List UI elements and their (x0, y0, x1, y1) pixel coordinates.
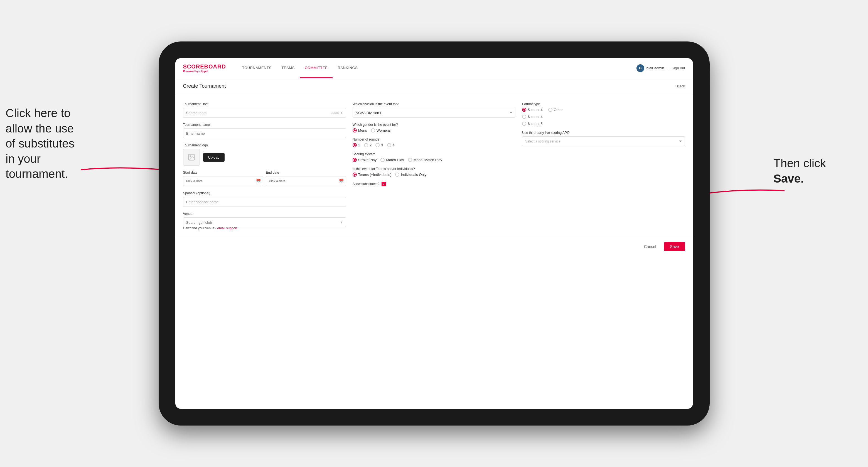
rounds-label: Number of rounds (352, 137, 516, 142)
tournament-name-label: Tournament name (183, 123, 346, 127)
scoring-group: Scoring system Stroke Play Match Play (352, 152, 516, 162)
event-type-group: Is this event for Teams and/or Individua… (352, 167, 516, 177)
form-col-2: Which division is the event for? NCAA Di… (352, 102, 516, 186)
scoring-service-select[interactable]: Select a scoring service (522, 136, 685, 146)
sponsor-group: Sponsor (optional) (183, 191, 346, 207)
substitutes-group: Allow substitutes? (352, 182, 516, 186)
format-5count4[interactable]: 5 count 4 (522, 108, 543, 112)
end-date-wrap: 📅 (266, 176, 346, 186)
back-link[interactable]: ‹ Back (675, 84, 685, 88)
format-6count4-radio[interactable] (522, 115, 526, 119)
svg-point-3 (190, 156, 191, 157)
scoring-label: Scoring system (352, 152, 516, 156)
search-team-count-icon: count ▼ (331, 111, 343, 115)
tournament-name-input[interactable] (183, 128, 346, 138)
format-type-group: Format type 5 count 4 Other (522, 102, 685, 126)
round-1[interactable]: 1 (352, 143, 360, 147)
tournament-host-label: Tournament Host (183, 102, 346, 106)
format-other[interactable]: Other (548, 108, 563, 112)
format-options: 5 count 4 Other 6 count 4 (522, 108, 685, 126)
start-date-label: Start date (183, 170, 263, 175)
start-date-wrap: 📅 (183, 176, 263, 186)
end-date-input[interactable] (266, 176, 346, 186)
form-col-3: Format type 5 count 4 Other (522, 102, 685, 146)
teams-radio[interactable] (352, 173, 357, 177)
venue-label: Venue (183, 212, 346, 216)
nav-teams[interactable]: TEAMS (277, 58, 300, 78)
division-label: Which division is the event for? (352, 102, 516, 106)
scoring-service-label: Use third-party live scoring API? (522, 131, 685, 135)
event-individuals[interactable]: Individuals Only (395, 173, 426, 177)
stroke-play-radio[interactable] (352, 158, 357, 162)
logo-placeholder (183, 149, 200, 165)
upload-button[interactable]: Upload (203, 153, 225, 162)
nav-rankings[interactable]: RANKINGS (333, 58, 363, 78)
gender-label: Which gender is the event for? (352, 123, 516, 127)
gender-mens-radio[interactable] (352, 128, 357, 132)
nav-user: B blair admin | Sign out (637, 64, 685, 72)
format-6count4[interactable]: 6 count 4 (522, 115, 685, 119)
scoring-select-wrap: Select a scoring service (522, 136, 685, 146)
round-2[interactable]: 2 (364, 143, 372, 147)
format-type-label: Format type (522, 102, 685, 106)
end-date-label: End date (266, 170, 346, 175)
format-other-radio[interactable] (548, 108, 552, 112)
event-teams[interactable]: Teams (+Individuals) (352, 173, 392, 177)
tournament-host-input[interactable] (183, 108, 346, 118)
scoring-radio-group: Stroke Play Match Play Medal Match Play (352, 158, 516, 162)
rounds-radio-group: 1 2 3 4 (352, 143, 516, 147)
round-1-radio[interactable] (352, 143, 357, 147)
tournament-logo-group: Tournament logo Upload (183, 143, 346, 165)
format-6count5[interactable]: 6 count 5 (522, 122, 685, 126)
substitutes-checkbox[interactable] (381, 182, 386, 186)
format-5count4-radio[interactable] (522, 108, 526, 112)
brand: SCOREBOARD Powered by clippd (183, 63, 226, 73)
form-col-1: Tournament Host count ▼ Tournament name … (183, 102, 346, 230)
rounds-group: Number of rounds 1 2 3 (352, 137, 516, 147)
round-4-radio[interactable] (387, 143, 391, 147)
substitutes-label: Allow substitutes? (352, 182, 379, 186)
tablet-screen: SCOREBOARD Powered by clippd TOURNAMENTS… (175, 58, 693, 409)
nav-signout[interactable]: Sign out (672, 66, 685, 70)
start-date-input[interactable] (183, 176, 263, 186)
round-3[interactable]: 3 (375, 143, 383, 147)
division-select[interactable]: NCAA Division I (352, 108, 516, 118)
annotation-right: Then click Save. (773, 156, 851, 186)
cancel-button[interactable]: Cancel (640, 242, 661, 251)
scoring-service-group: Use third-party live scoring API? Select… (522, 131, 685, 146)
scoring-medal-match[interactable]: Medal Match Play (408, 158, 442, 162)
venue-dropdown-icon: ▼ (340, 220, 343, 224)
navbar: SCOREBOARD Powered by clippd TOURNAMENTS… (175, 58, 693, 78)
venue-input[interactable] (183, 217, 346, 227)
division-group: Which division is the event for? NCAA Di… (352, 102, 516, 118)
gender-group: Which gender is the event for? Mens Wome… (352, 123, 516, 132)
tournament-name-group: Tournament name (183, 123, 346, 138)
format-6count5-radio[interactable] (522, 122, 526, 126)
gender-womens-radio[interactable] (371, 128, 375, 132)
round-2-radio[interactable] (364, 143, 368, 147)
page-header: Create Tournament ‹ Back (175, 78, 693, 94)
event-type-label: Is this event for Teams and/or Individua… (352, 167, 516, 171)
scoring-stroke-play[interactable]: Stroke Play (352, 158, 376, 162)
calendar-end-icon: 📅 (339, 179, 344, 183)
match-play-radio[interactable] (380, 158, 384, 162)
event-type-radio-group: Teams (+Individuals) Individuals Only (352, 173, 516, 177)
tablet: SCOREBOARD Powered by clippd TOURNAMENTS… (159, 41, 710, 426)
individuals-radio[interactable] (395, 173, 399, 177)
scoring-match-play[interactable]: Match Play (380, 158, 404, 162)
medal-match-radio[interactable] (408, 158, 412, 162)
nav-committee[interactable]: COMMITTEE (300, 58, 333, 78)
round-3-radio[interactable] (375, 143, 380, 147)
gender-mens[interactable]: Mens (352, 128, 367, 132)
nav-tournaments[interactable]: TOURNAMENTS (237, 58, 277, 78)
substitutes-checkbox-group: Allow substitutes? (352, 182, 516, 186)
logo-upload-area: Upload (183, 149, 346, 165)
sponsor-input[interactable] (183, 197, 346, 207)
end-date-group: End date 📅 (266, 170, 346, 186)
gender-womens[interactable]: Womens (371, 128, 391, 132)
nav-avatar: B (637, 64, 644, 72)
gender-radio-group: Mens Womens (352, 128, 516, 132)
form-area: Tournament Host count ▼ Tournament name … (175, 94, 693, 238)
round-4[interactable]: 4 (387, 143, 395, 147)
save-button[interactable]: Save (664, 242, 685, 251)
